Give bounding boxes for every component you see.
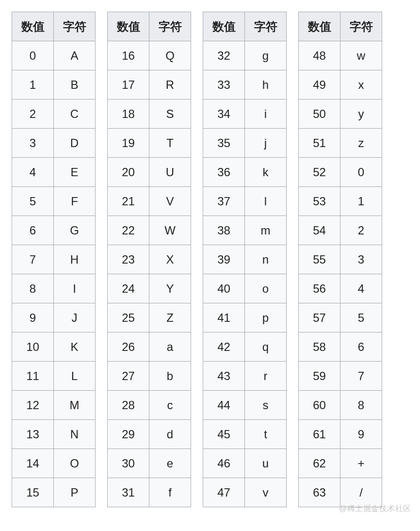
char-cell: d [149,420,191,449]
char-cell: y [340,100,382,129]
value-cell: 46 [203,449,245,478]
char-cell: X [149,245,191,274]
table-row: 32g [203,41,287,70]
value-cell: 7 [12,245,54,274]
char-cell: 0 [340,158,382,187]
char-cell: 2 [340,216,382,245]
char-cell: Q [149,41,191,70]
value-cell: 12 [12,391,54,420]
value-cell: 56 [299,274,340,303]
value-cell: 43 [203,362,245,391]
value-cell: 27 [108,362,149,391]
value-cell: 24 [108,274,149,303]
table-row: 38m [203,216,287,245]
table-row: 4E [12,158,96,187]
char-cell: 6 [340,332,382,362]
table-row: 10K [12,332,96,362]
char-cell: s [245,391,287,420]
table-row: 44s [203,391,287,420]
char-cell: D [54,129,96,158]
char-cell: f [149,478,191,507]
value-cell: 53 [299,187,340,216]
value-cell: 52 [299,158,340,187]
table-row: 564 [299,274,382,303]
table-row: 619 [299,420,382,449]
table-row: 25Z [108,303,191,332]
char-cell: Z [149,303,191,332]
value-cell: 6 [12,216,54,245]
table-row: 51z [299,129,382,158]
table-row: 9J [12,303,96,332]
char-cell: A [54,41,96,70]
table-row: 520 [299,158,382,187]
table-row: 50y [299,100,382,129]
col-header-char: 字符 [245,12,287,41]
value-cell: 36 [203,158,245,187]
table-row: 553 [299,245,382,274]
value-cell: 4 [12,158,54,187]
char-cell: O [54,449,96,478]
value-cell: 30 [108,449,149,478]
encoding-column-3: 数值 字符 48w 49x 50y 51z 520 531 542 553 56… [298,12,382,507]
char-cell: z [340,129,382,158]
value-cell: 34 [203,100,245,129]
value-cell: 14 [12,449,54,478]
char-cell: 3 [340,245,382,274]
char-cell: T [149,129,191,158]
char-cell: R [149,70,191,100]
encoding-column-0: 数值 字符 0A 1B 2C 3D 4E 5F 6G 7H 8I 9J 10K … [12,12,96,507]
value-cell: 18 [108,100,149,129]
char-cell: L [54,362,96,391]
table-row: 19T [108,129,191,158]
char-cell: S [149,100,191,129]
table-row: 45t [203,420,287,449]
table-row: 21V [108,187,191,216]
char-cell: l [245,187,287,216]
char-cell: b [149,362,191,391]
value-cell: 62 [299,449,340,478]
value-cell: 8 [12,274,54,303]
table-row: 13N [12,420,96,449]
char-cell: g [245,41,287,70]
char-cell: G [54,216,96,245]
char-cell: o [245,274,287,303]
table-row: 63/ [299,478,382,507]
value-cell: 58 [299,332,340,362]
value-cell: 1 [12,70,54,100]
char-cell: C [54,100,96,129]
table-row: 34i [203,100,287,129]
value-cell: 15 [12,478,54,507]
char-cell: u [245,449,287,478]
char-cell: v [245,478,287,507]
value-cell: 54 [299,216,340,245]
char-cell: I [54,274,96,303]
encoding-column-2: 数值 字符 32g 33h 34i 35j 36k 37l 38m 39n 40… [203,12,287,507]
table-row: 23X [108,245,191,274]
table-row: 30e [108,449,191,478]
char-cell: 8 [340,391,382,420]
value-cell: 2 [12,100,54,129]
table-row: 39n [203,245,287,274]
table-row: 35j [203,129,287,158]
table-row: 11L [12,362,96,391]
table-row: 24Y [108,274,191,303]
table-row: 575 [299,303,382,332]
value-cell: 50 [299,100,340,129]
table-row: 5F [12,187,96,216]
table-row: 6G [12,216,96,245]
value-cell: 42 [203,332,245,362]
char-cell: B [54,70,96,100]
char-cell: Y [149,274,191,303]
value-cell: 0 [12,41,54,70]
table-row: 8I [12,274,96,303]
value-cell: 25 [108,303,149,332]
encoding-column-1: 数值 字符 16Q 17R 18S 19T 20U 21V 22W 23X 24… [107,12,191,507]
col-header-value: 数值 [203,12,245,41]
table-row: 31f [108,478,191,507]
value-cell: 57 [299,303,340,332]
value-cell: 33 [203,70,245,100]
char-cell: m [245,216,287,245]
table-row: 3D [12,129,96,158]
value-cell: 19 [108,129,149,158]
char-cell: W [149,216,191,245]
